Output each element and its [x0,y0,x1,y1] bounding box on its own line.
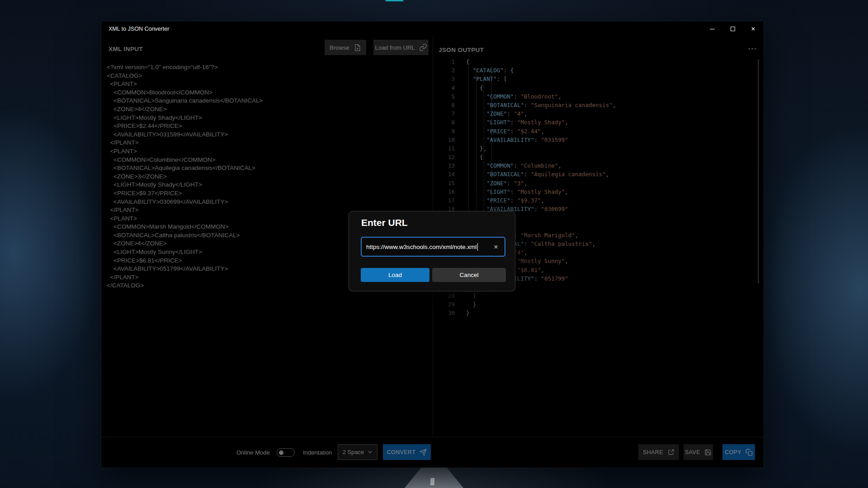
close-button[interactable]: ✕ [743,21,764,37]
clear-input-button[interactable]: ✕ [492,243,500,251]
clear-icon: ✕ [494,244,499,250]
dialog-title: Enter URL [361,217,408,228]
window-title: XML to JSON Converter [108,21,169,37]
url-input[interactable]: https://www.w3schools.com/xml/note.xml ✕ [361,237,505,257]
enter-url-dialog: Enter URL https://www.w3schools.com/xml/… [349,211,515,291]
load-button-label: Load [388,272,402,278]
close-icon: ✕ [751,26,755,32]
maximize-icon [731,27,735,31]
desktop-road-marking [430,478,435,485]
cancel-button-label: Cancel [459,272,478,278]
minimize-button[interactable] [702,21,722,37]
maximize-button[interactable] [722,21,743,37]
load-button[interactable]: Load [361,268,429,282]
text-cursor [477,243,478,251]
url-input-value: https://www.w3schools.com/xml/note.xml [366,244,477,250]
cancel-button[interactable]: Cancel [432,268,506,282]
window-titlebar[interactable]: XML to JSON Converter ✕ [101,21,764,37]
minimize-icon [710,29,715,29]
taskbar-indicator [386,0,403,1]
